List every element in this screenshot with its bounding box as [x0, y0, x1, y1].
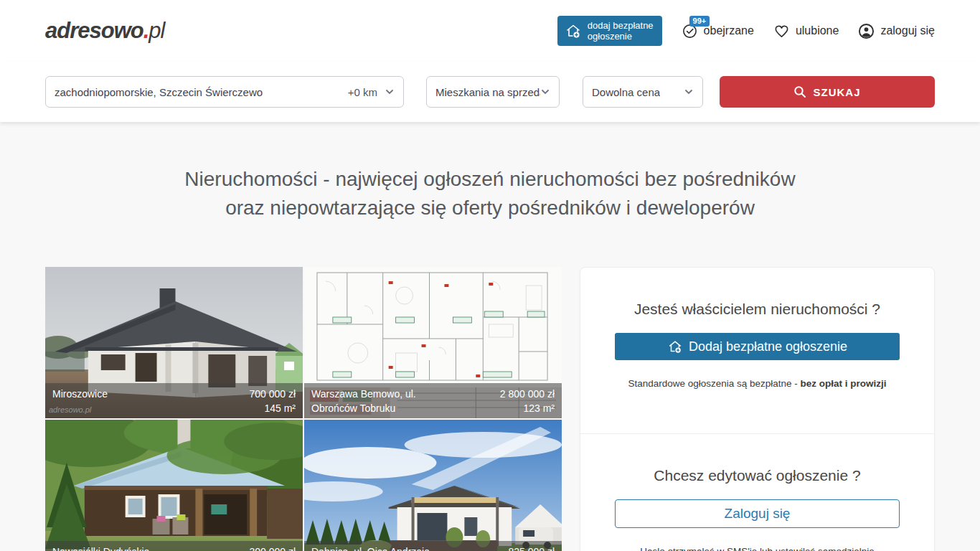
header: adresowo.pl dodaj bezpłatneogłoszenie [0, 0, 980, 62]
house-plus-icon [667, 339, 683, 354]
listing-area: 123 m² [500, 401, 555, 415]
logo[interactable]: adresowo.pl [45, 18, 164, 44]
user-circle-icon [858, 23, 875, 39]
nav-item-favorites[interactable]: ulubione [773, 23, 839, 39]
listing-area: 145 m² [249, 401, 296, 415]
listing-price: 825 000 zł [508, 545, 555, 551]
listing-price: 2 800 000 zł [500, 387, 555, 401]
nav-item-viewed[interactable]: 99+ obejrzane [682, 23, 754, 39]
listings-grid: Miroszowice 700 000 zł 145 m² adresowo.p… [45, 267, 562, 551]
main-content: Nieruchomości - najwięcej ogłoszeń nieru… [0, 122, 980, 551]
listing-caption: Miroszowice 700 000 zł 145 m² adresowo.p… [45, 383, 303, 418]
listing-caption: Dębnica, ul. Ojca Andrzeja 825 000 zł [304, 541, 562, 551]
listing-tile[interactable]: Warszawa Bemowo, ul. Obrońców Tobruku 2 … [304, 267, 562, 418]
property-type-value: Mieszkania na sprzedaż [435, 86, 540, 98]
add-listing-button[interactable]: dodaj bezpłatneogłoszenie [557, 16, 662, 46]
nav-item-viewed-label: obejrzane [704, 24, 754, 37]
add-free-listing-label: Dodaj bezpłatne ogłoszenie [689, 339, 847, 354]
listing-tile[interactable]: Dębnica, ul. Ojca Andrzeja 825 000 zł [304, 420, 562, 551]
chevron-down-icon [684, 87, 694, 97]
listing-meta: 825 000 zł [508, 545, 555, 551]
location-input[interactable]: zachodniopomorskie, Szczecin Świerczewo … [45, 76, 404, 108]
listing-meta: 2 800 000 zł 123 m² [500, 387, 555, 415]
listing-photo-wooden-cottage [45, 420, 303, 551]
search-button-label: SZUKAJ [813, 86, 860, 98]
edit-card-title: Chcesz edytować ogłoszenie ? [615, 467, 900, 484]
house-plus-icon [565, 22, 582, 39]
edit-card-note: Hasło otrzymałeś w SMS'ie lub ustawiłeś … [615, 546, 900, 551]
owner-card-note: Standardowe ogłoszenia są bezpłatne - be… [615, 378, 900, 389]
sidebar: Jesteś właścicielem nieruchomości ? [580, 267, 935, 551]
listing-meta: 700 000 zł 145 m² [249, 387, 296, 415]
photo-watermark: adresowo.pl [49, 402, 91, 417]
search-button[interactable]: SZUKAJ [720, 76, 935, 108]
owner-card: Jesteś właścicielem nieruchomości ? [580, 267, 935, 551]
listing-price: 700 000 zł [249, 387, 296, 401]
edit-card-section: Chcesz edytować ogłoszenie ? Zaloguj się… [580, 433, 934, 551]
logo-name: adresowo [45, 18, 143, 43]
header-nav: dodaj bezpłatneogłoszenie 99+ obejrzane … [557, 16, 935, 46]
search-icon [793, 85, 806, 98]
logo-tld: pl [149, 18, 164, 43]
chevron-down-icon[interactable] [385, 87, 395, 97]
listing-location: Dębnica, ul. Ojca Andrzeja [311, 545, 430, 551]
heart-icon [773, 23, 790, 39]
add-free-listing-button[interactable]: Dodaj bezpłatne ogłoszenie [615, 333, 900, 360]
search-bar: zachodniopomorskie, Szczecin Świerczewo … [0, 62, 980, 122]
listing-meta: 300 000 zł [249, 545, 296, 551]
nav-item-login[interactable]: zaloguj się [858, 23, 935, 39]
listing-price: 300 000 zł [249, 545, 296, 551]
price-select[interactable]: Dowolna cena [583, 76, 703, 108]
listing-location: Nowosiółki Dydyńskie [52, 545, 149, 551]
page-title: Nieruchomości - najwięcej ogłoszeń nieru… [0, 122, 980, 222]
property-type-select[interactable]: Mieszkania na sprzedaż [426, 76, 560, 108]
listing-caption: Nowosiółki Dydyńskie 300 000 zł [45, 541, 303, 551]
chevron-down-icon [540, 87, 550, 97]
location-value: zachodniopomorskie, Szczecin Świerczewo [55, 86, 263, 98]
radius-value[interactable]: +0 km [348, 86, 385, 98]
listing-tile[interactable]: Nowosiółki Dydyńskie 300 000 zł [45, 420, 303, 551]
listing-location: Warszawa Bemowo, ul. Obrońców Tobruku [311, 387, 455, 415]
nav-item-favorites-label: ulubione [796, 24, 839, 37]
listing-photo-bungalow [304, 420, 562, 551]
owner-card-title: Jesteś właścicielem nieruchomości ? [615, 301, 900, 318]
add-listing-label: dodaj bezpłatneogłoszenie [588, 20, 654, 42]
owner-card-section: Jesteś właścicielem nieruchomości ? [580, 268, 934, 433]
login-button[interactable]: Zaloguj się [615, 499, 900, 528]
nav-item-login-label: zaloguj się [880, 24, 935, 37]
listing-caption: Warszawa Bemowo, ul. Obrońców Tobruku 2 … [304, 383, 562, 418]
listing-tile[interactable]: Miroszowice 700 000 zł 145 m² adresowo.p… [45, 267, 303, 418]
price-value: Dowolna cena [592, 86, 660, 98]
viewed-count-badge: 99+ [689, 16, 710, 27]
